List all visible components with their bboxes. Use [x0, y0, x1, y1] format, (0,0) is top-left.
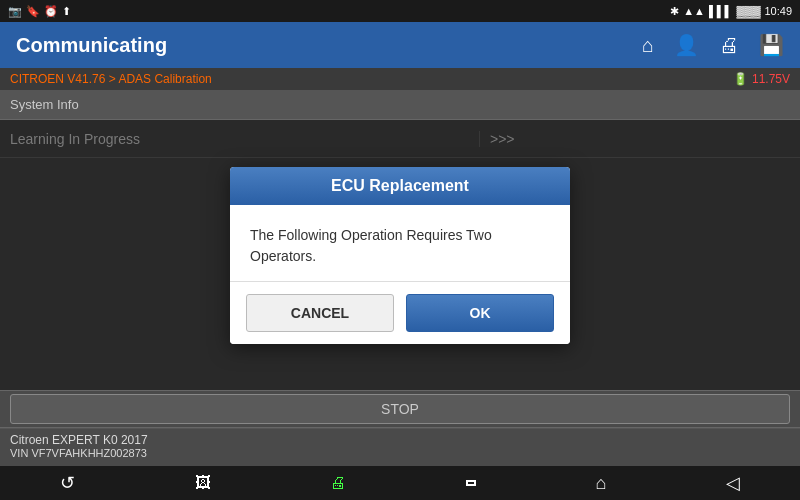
signal-icon: ▌▌▌	[709, 5, 732, 17]
cancel-button[interactable]: CANCEL	[246, 294, 394, 332]
bluetooth-icon: ✱	[670, 5, 679, 18]
android-nav: ↺ 🖼 🖨 ⌂ ◁	[0, 466, 800, 500]
camera-icon: 📷	[8, 5, 22, 18]
bookmark-icon: 🔖	[26, 5, 40, 18]
nav-refresh-icon[interactable]: ↺	[60, 472, 75, 494]
nav-square-icon[interactable]	[466, 480, 476, 486]
save-icon[interactable]: 💾	[759, 33, 784, 57]
system-info-label: System Info	[10, 97, 79, 112]
vehicle-vin: VIN VF7VFAHKHHZ002873	[10, 447, 790, 459]
time-display: 10:49	[764, 5, 792, 17]
app-title: Communicating	[16, 34, 167, 57]
stop-button[interactable]: STOP	[10, 394, 790, 424]
modal-dialog: ECU Replacement The Following Operation …	[230, 167, 570, 344]
upload-icon: ⬆	[62, 5, 71, 18]
status-bar-right: ✱ ▲▲ ▌▌▌ ▓▓▓ 10:49	[670, 5, 792, 18]
modal-buttons: CANCEL OK	[230, 281, 570, 344]
wifi-icon: ▲▲	[683, 5, 705, 17]
user-icon[interactable]: 👤	[674, 33, 699, 57]
modal-title: ECU Replacement	[331, 177, 469, 194]
status-bar: 📷 🔖 ⏰ ⬆ ✱ ▲▲ ▌▌▌ ▓▓▓ 10:49	[0, 0, 800, 22]
header-icons: ⌂ 👤 🖨 💾	[642, 33, 784, 57]
modal-title-bar: ECU Replacement	[230, 167, 570, 205]
battery-icon: ▓▓▓	[736, 5, 760, 17]
modal-message: The Following Operation Requires Two Ope…	[250, 225, 550, 267]
breadcrumb: CITROEN V41.76 > ADAS Calibration 🔋 11.7…	[0, 68, 800, 90]
status-bar-left: 📷 🔖 ⏰ ⬆	[8, 5, 71, 18]
vehicle-name: Citroen EXPERT K0 2017	[10, 433, 790, 447]
nav-gallery-icon[interactable]: 🖼	[195, 474, 211, 492]
nav-home-icon[interactable]: ⌂	[596, 473, 607, 494]
nav-print-icon[interactable]: 🖨	[330, 474, 346, 492]
voltage-badge: 🔋 11.75V	[733, 72, 790, 86]
print-icon[interactable]: 🖨	[719, 34, 739, 57]
modal-overlay: ECU Replacement The Following Operation …	[0, 120, 800, 390]
clock-icon: ⏰	[44, 5, 58, 18]
home-icon[interactable]: ⌂	[642, 34, 654, 57]
vehicle-info: Citroen EXPERT K0 2017 VIN VF7VFAHKHHZ00…	[0, 428, 800, 466]
breadcrumb-text: CITROEN V41.76 > ADAS Calibration	[10, 72, 212, 86]
ok-button[interactable]: OK	[406, 294, 554, 332]
stop-bar: STOP	[0, 390, 800, 428]
modal-body: The Following Operation Requires Two Ope…	[230, 205, 570, 281]
voltage-value: 11.75V	[752, 72, 790, 86]
app-header: Communicating ⌂ 👤 🖨 💾	[0, 22, 800, 68]
system-info-bar: System Info	[0, 90, 800, 120]
nav-back-icon[interactable]: ◁	[726, 472, 740, 494]
main-content: Learning In Progress >>> ECU Replacement…	[0, 120, 800, 390]
battery-status-icon: 🔋	[733, 72, 748, 86]
